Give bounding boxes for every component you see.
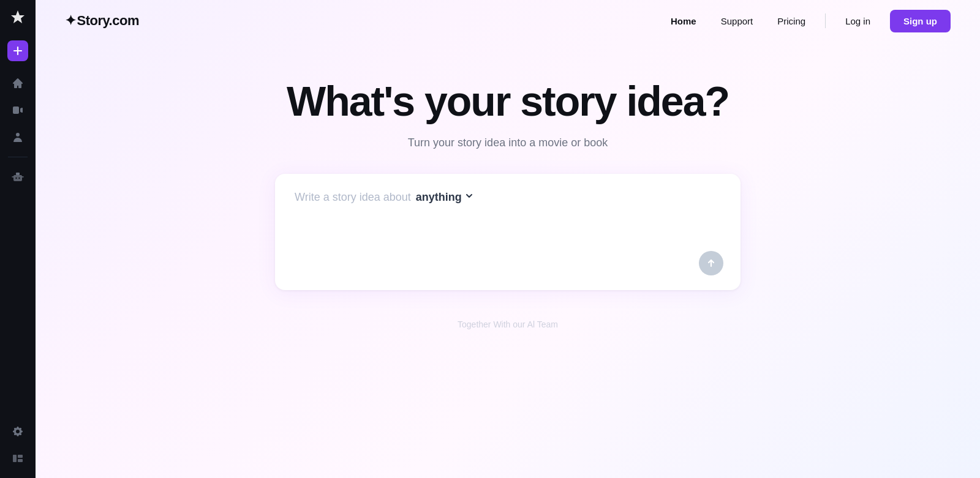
story-input-top: Write a story idea about anything (295, 191, 721, 204)
sidebar-logo[interactable] (0, 0, 36, 35)
sidebar (0, 0, 36, 478)
sidebar-divider (8, 157, 28, 157)
sidebar-bottom (6, 419, 30, 478)
nav-login-button[interactable]: Log in (835, 11, 880, 31)
nav-link-home[interactable]: Home (661, 11, 706, 31)
submit-button[interactable] (699, 251, 723, 275)
sidebar-item-user[interactable] (6, 125, 30, 149)
svg-point-4 (15, 177, 17, 179)
sidebar-item-video[interactable] (6, 98, 30, 122)
hero-subtitle: Turn your story idea into a movie or boo… (408, 136, 608, 149)
svg-rect-10 (18, 459, 23, 462)
add-button[interactable] (7, 40, 28, 61)
navbar: ✦ Story.com Home Support Pricing Log in … (36, 0, 980, 42)
svg-rect-3 (16, 173, 20, 175)
story-input-card: Write a story idea about anything (275, 174, 741, 290)
sidebar-nav (0, 71, 36, 419)
navbar-links: Home Support Pricing Log in Sign up (661, 10, 951, 32)
bottom-hint: Together With our Al Team (458, 319, 558, 329)
chevron-down-icon (464, 191, 474, 204)
hero-section: What's your story idea? Turn your story … (36, 42, 980, 478)
svg-rect-8 (13, 455, 17, 462)
svg-point-5 (18, 177, 20, 179)
navbar-logo[interactable]: ✦ Story.com (65, 13, 139, 29)
topic-label: anything (416, 191, 462, 204)
nav-divider (825, 13, 826, 28)
svg-rect-9 (18, 455, 23, 458)
story-input-placeholder: Write a story idea about (295, 191, 411, 204)
story-textarea[interactable] (295, 214, 721, 250)
nav-link-support[interactable]: Support (711, 11, 763, 31)
sidebar-item-panel[interactable] (6, 446, 30, 471)
logo-text: Story.com (77, 13, 139, 29)
nav-signup-button[interactable]: Sign up (890, 10, 951, 32)
logo-star-icon: ✦ (65, 13, 76, 29)
sidebar-item-bot[interactable] (6, 165, 30, 189)
sidebar-item-home[interactable] (6, 71, 30, 95)
main-content: ✦ Story.com Home Support Pricing Log in … (36, 0, 980, 478)
hero-title: What's your story idea? (287, 78, 729, 124)
nav-link-pricing[interactable]: Pricing (767, 11, 815, 31)
sidebar-item-settings[interactable] (6, 419, 30, 444)
svg-rect-2 (13, 175, 22, 181)
story-input-topic-button[interactable]: anything (416, 191, 474, 204)
